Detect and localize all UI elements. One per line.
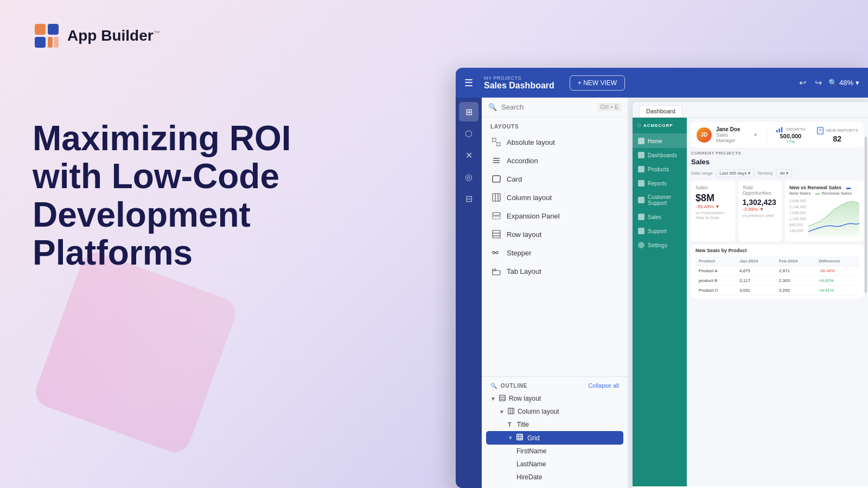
seats-table: Product Jan-2024 Feb-2024 Difference <box>695 256 859 296</box>
user-bar: JD Jane Doe Sales Manager ▼ <box>691 122 864 147</box>
table-row: Product C 3,031 3,292 +8.61% <box>695 286 859 296</box>
svg-rect-10 <box>493 176 500 182</box>
layout-item-row[interactable]: Row layout <box>486 225 623 243</box>
title-outline-label: Title <box>517 421 529 428</box>
search-icon: 🔍 <box>488 103 497 111</box>
svg-rect-30 <box>517 434 523 440</box>
sidebar-components-btn[interactable]: ⊞ <box>459 102 478 121</box>
outline-hiredate-item[interactable]: HireDate <box>486 471 623 484</box>
logo-text: App Builder™ <box>67 27 160 44</box>
divider <box>767 127 767 143</box>
reports-icon <box>816 127 824 134</box>
project-label: MY PROJECTS <box>484 75 554 81</box>
undo-icon[interactable]: ↩ <box>797 75 808 90</box>
firstname-outline-label: FirstName <box>516 447 546 455</box>
user-avatar: JD <box>697 127 712 143</box>
growth-metric: GROWTH 500,000 +7% <box>776 125 805 144</box>
layout-item-accordion[interactable]: Accordion <box>486 151 623 170</box>
territory-filter[interactable]: All ▾ <box>776 169 792 177</box>
table-header-diff: Difference <box>815 256 859 266</box>
lastname-outline-label: LastName <box>516 460 546 468</box>
menu-icon[interactable]: ☰ <box>464 77 473 89</box>
nav-sales[interactable]: Sales <box>633 210 687 224</box>
svg-point-20 <box>496 252 498 254</box>
layout-item-absolute[interactable]: Absolute layout <box>486 133 623 151</box>
sales-stat-title: Sales <box>695 185 731 190</box>
layout-item-card[interactable]: Card <box>486 170 623 188</box>
grid-outline-icon <box>516 434 523 442</box>
chart-card: New vs Renewal Sales New Sales Renewal S… <box>785 181 864 241</box>
opps-stat-title: Total Opportunities <box>743 185 778 196</box>
svg-rect-35 <box>776 130 778 132</box>
user-name: Jane Doe <box>716 126 749 132</box>
layouts-section-header: LAYOUTS <box>482 117 628 133</box>
layout-item-column[interactable]: Column layout <box>486 188 623 207</box>
sidebar-actions-btn[interactable]: ✕ <box>459 145 478 165</box>
company-logo: ⬡ ACMECORP <box>633 118 687 134</box>
sidebar-settings-btn[interactable]: ⊟ <box>459 189 478 208</box>
svg-rect-37 <box>781 127 783 133</box>
svg-rect-27 <box>508 408 514 414</box>
layout-item-tab[interactable]: Tab Layout <box>486 262 623 280</box>
outline-section: 🔍 OUTLINE Collapse all ▼ Row layout <box>482 376 628 488</box>
new-view-button[interactable]: + NEW VIEW <box>570 75 625 91</box>
layout-item-stepper[interactable]: Stepper <box>486 243 623 262</box>
outline-grid-item[interactable]: ▼ Grid <box>486 431 623 445</box>
outline-column-layout[interactable]: ▼ Column layout <box>486 405 623 418</box>
nav-settings[interactable]: Settings <box>633 238 687 252</box>
current-projects-label: CURRENT PROJECTS <box>691 151 864 156</box>
dashboard-inner: ⬡ ACMECORP Home Dashboards <box>633 118 868 486</box>
outline-items: ▼ Row layout ▼ Column layout <box>482 392 628 484</box>
user-dropdown-icon[interactable]: ▼ <box>753 132 758 138</box>
nav-home[interactable]: Home <box>633 134 687 148</box>
outline-row-layout[interactable]: ▼ Row layout <box>486 392 623 405</box>
svg-rect-0 <box>35 24 46 35</box>
nav-support[interactable]: Support <box>633 224 687 238</box>
collapse-all-link[interactable]: Collapse all <box>588 382 619 389</box>
outline-firstname-item[interactable]: FirstName <box>486 445 623 458</box>
panel-body: ⊞ ⬡ ✕ ◎ ⊟ 🔍 Ctrl + E LAYOUTS <box>456 98 868 488</box>
layouts-list: Absolute layout Accordion Card <box>482 133 628 376</box>
sidebar-theme-btn[interactable]: ◎ <box>459 167 478 187</box>
outline-title-item[interactable]: T Title <box>486 418 623 431</box>
hero-title: Maximizing ROI with Low-Code Development… <box>33 119 358 272</box>
column-layout-icon <box>492 192 501 202</box>
grid-outline-label: Grid <box>527 434 540 442</box>
nav-reports[interactable]: Reports <box>633 176 687 190</box>
table-header-product: Product <box>695 256 736 266</box>
row-layout-label: Row layout <box>507 230 541 239</box>
outline-lastname-item[interactable]: LastName <box>486 458 623 471</box>
column-layout-outline-label: Column layout <box>518 408 559 415</box>
layout-item-expansion[interactable]: Expansion Panel <box>486 207 623 225</box>
sidebar-data-btn[interactable]: ⬡ <box>459 124 478 143</box>
zoom-control[interactable]: 🔍 48% ▾ <box>828 79 859 87</box>
seats-table-title: New Seats by Product <box>695 248 859 253</box>
column-layout-label: Column layout <box>507 194 552 202</box>
project-name: Sales Dashboard <box>484 81 554 91</box>
svg-rect-6 <box>497 143 500 146</box>
expansion-panel-label: Expansion Panel <box>507 212 560 220</box>
nav-dashboards[interactable]: Dashboards <box>633 148 687 162</box>
redo-icon[interactable]: ↪ <box>813 75 824 90</box>
opps-stat-value: 1,302,423 <box>743 198 778 207</box>
svg-rect-4 <box>54 37 59 48</box>
sales-stat-card: Sales $8M -39.49% ▼ vs Forecasted / Year… <box>691 181 735 241</box>
tab-layout-label: Tab Layout <box>507 267 541 275</box>
card-label: Card <box>507 175 522 183</box>
tab-layout-icon <box>492 266 501 276</box>
sales-stat-subtitle: vs Forecasted / Year to Date <box>695 210 731 220</box>
accordion-label: Accordion <box>507 157 538 165</box>
svg-rect-2 <box>35 37 46 48</box>
nav-products[interactable]: Products <box>633 162 687 176</box>
icon-sidebar: ⊞ ⬡ ✕ ◎ ⊟ <box>456 98 482 488</box>
nav-customer-support[interactable]: Customer Support <box>633 190 687 210</box>
svg-rect-14 <box>493 213 500 215</box>
accordion-icon <box>492 156 501 165</box>
scrollbar[interactable] <box>865 137 867 293</box>
stepper-icon <box>492 248 501 258</box>
search-input[interactable] <box>501 103 593 111</box>
svg-point-19 <box>493 252 495 254</box>
dashboard-tab[interactable]: Dashboard <box>639 105 682 117</box>
toolbar-actions: ↩ ↪ 🔍 48% ▾ <box>797 75 859 90</box>
date-filter[interactable]: Last 365 days ▾ <box>716 169 754 177</box>
